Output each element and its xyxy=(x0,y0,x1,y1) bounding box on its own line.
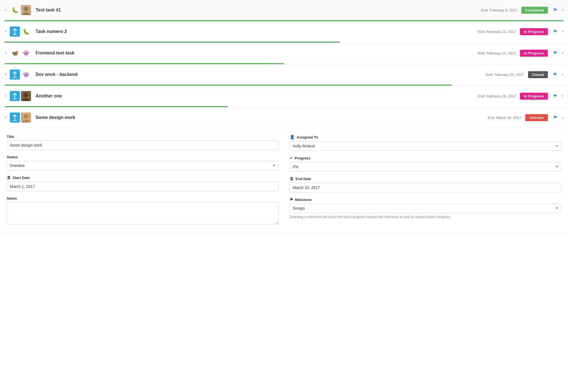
bug-icon: 🐛 xyxy=(10,5,20,15)
task-row: × Another one End: February 28, 2017 In … xyxy=(0,86,568,107)
progress-bar xyxy=(4,42,340,43)
task-row-expanded: × Some design work End: March 10, 2017 O… xyxy=(0,107,568,234)
task-title: Dev work - backend xyxy=(36,72,486,77)
chevron-up-icon[interactable]: ▴ xyxy=(562,116,564,119)
progress-field-group: ✓ Progress 0% 10% 20% 30% 40% 50% 60% 70… xyxy=(290,156,561,171)
task-title: Some design work xyxy=(36,115,487,120)
notes-label: Notes xyxy=(7,196,278,200)
task-meta: End: March 10, 2017 Overdue ⚑ ▴ xyxy=(488,114,564,121)
task-end-date: End: February 28, 2017 xyxy=(478,94,516,98)
bug2-icon: 🐛 xyxy=(21,27,31,37)
progress-select[interactable]: 0% 10% 20% 30% 40% 50% 60% 70% 80% 90% 1… xyxy=(290,162,561,171)
upload-icon xyxy=(10,27,20,37)
close-button[interactable]: × xyxy=(4,29,7,34)
task-detail-grid: Title Status Overdue In Progress Complet… xyxy=(0,128,568,233)
task-row-header[interactable]: × 🐛 Test task #1 End: February 8, 2017 C… xyxy=(0,0,568,20)
task-row-header[interactable]: × Another one End: February 28, 2017 In … xyxy=(0,86,568,106)
flag-icon[interactable]: ⚑ xyxy=(553,28,557,35)
chevron-down-icon[interactable]: ▾ xyxy=(562,30,564,34)
task-list: × 🐛 Test task #1 End: February 8, 2017 C… xyxy=(0,0,568,234)
upload3-icon xyxy=(10,91,20,101)
close-button[interactable]: × xyxy=(4,115,7,120)
milestone-hint: Selecting a milestone will count this ta… xyxy=(290,215,561,219)
task-title: Task numero 2 xyxy=(36,29,478,34)
close-button[interactable]: × xyxy=(4,72,7,77)
close-button[interactable]: × xyxy=(4,51,7,56)
task-row-header[interactable]: × 🐛 Task numero 2 End: February 10, 2017… xyxy=(0,21,568,42)
task-end-date: End: February 20, 2017 xyxy=(486,73,524,77)
close-button[interactable]: × xyxy=(4,94,7,99)
task-meta: End: February 20, 2017 Closed ⚑ ▾ xyxy=(486,71,564,78)
task-end-date: End: February 8, 2017 xyxy=(481,8,517,12)
status-badge[interactable]: In Progress xyxy=(520,28,548,35)
task-icons: 👾 xyxy=(10,70,32,80)
task-row-header[interactable]: × Some design work End: March 10, 2017 O… xyxy=(0,107,568,128)
avatar3-icon xyxy=(21,113,31,123)
milestone-field-group: ⚑ Milestone Design Development Testing L… xyxy=(290,197,561,219)
flag-icon[interactable]: ⚑ xyxy=(553,93,557,99)
calendar2-icon: 🗓 xyxy=(290,176,294,181)
chevron-down-icon[interactable]: ▾ xyxy=(562,51,564,55)
start-date-input[interactable] xyxy=(7,182,278,191)
status-badge[interactable]: Overdue xyxy=(525,114,548,121)
svg-point-15 xyxy=(24,114,28,119)
status-badge[interactable]: In Progress xyxy=(520,50,548,57)
person-icon: 👤 xyxy=(290,135,295,140)
progress-bar-container xyxy=(4,20,564,21)
task-detail-panel: Title Status Overdue In Progress Complet… xyxy=(0,128,568,233)
progress-bar xyxy=(4,20,564,21)
assigned-to-field-group: 👤 Assigned To Kelly Roland xyxy=(290,135,561,151)
end-date-input[interactable] xyxy=(290,183,561,192)
avatar-icon xyxy=(21,5,31,15)
avatar2-icon xyxy=(21,91,31,101)
title-label: Title xyxy=(7,135,278,139)
flag2-icon: ⚑ xyxy=(290,197,293,202)
title-input[interactable] xyxy=(7,140,278,150)
progress-label: ✓ Progress xyxy=(290,156,561,160)
chevron-down-icon[interactable]: ▾ xyxy=(562,94,564,98)
upload4-icon xyxy=(10,113,20,123)
milestone-select[interactable]: Design Development Testing Launch xyxy=(290,204,561,213)
task-row-header[interactable]: × 🦋 👾 Frontend test task End: February 1… xyxy=(0,43,568,63)
monster-icon: 👾 xyxy=(21,48,31,58)
task-meta: End: February 8, 2017 Completed ⚑ ▾ xyxy=(481,7,564,14)
title-field-group: Title xyxy=(7,135,278,150)
status-badge[interactable]: Closed xyxy=(528,71,548,78)
task-meta: End: February 10, 2017 In Progress ⚑ ▾ xyxy=(478,28,564,35)
status-badge[interactable]: Completed xyxy=(521,7,548,14)
status-select[interactable]: Overdue In Progress Completed Closed xyxy=(7,161,278,170)
task-end-date: End: February 15, 2017 xyxy=(478,51,516,55)
bug3-icon: 🦋 xyxy=(10,48,20,58)
assigned-to-select[interactable]: Kelly Roland xyxy=(290,141,561,151)
chevron-down-icon[interactable]: ▾ xyxy=(562,8,564,12)
flag-icon[interactable]: ⚑ xyxy=(553,114,557,121)
task-row-header[interactable]: × 👾 Dev work - backend End: February 20,… xyxy=(0,64,568,85)
flag-icon[interactable]: ⚑ xyxy=(553,7,557,13)
close-button[interactable]: × xyxy=(4,8,7,13)
task-icons xyxy=(10,113,32,123)
task-title: Test task #1 xyxy=(36,8,481,13)
progress-bar-container xyxy=(4,42,564,43)
svg-point-10 xyxy=(24,93,28,97)
chevron-down-icon[interactable]: ▾ xyxy=(562,73,564,77)
assigned-to-label: 👤 Assigned To xyxy=(290,135,561,140)
task-icons: 🦋 👾 xyxy=(10,48,32,58)
status-label: Status xyxy=(7,155,278,159)
task-row: × 🐛 Task numero 2 End: February 10, 2017… xyxy=(0,21,568,43)
task-row: × 🐛 Test task #1 End: February 8, 2017 C… xyxy=(0,0,568,21)
progress-bar xyxy=(4,106,228,107)
progress-bar-container xyxy=(4,106,564,107)
flag-icon[interactable]: ⚑ xyxy=(553,50,557,56)
progress-bar xyxy=(4,85,452,86)
end-date-field-group: 🗓 End Date xyxy=(290,176,561,192)
milestone-label: ⚑ Milestone xyxy=(290,197,561,202)
start-date-label: 🗓 Start Date xyxy=(7,175,278,180)
flag-icon[interactable]: ⚑ xyxy=(553,71,557,78)
progress-bar-container xyxy=(4,63,564,64)
task-title: Another one xyxy=(36,94,478,99)
task-end-date: End: February 10, 2017 xyxy=(478,30,516,34)
progress-bar-container xyxy=(4,85,564,86)
task-meta: End: February 15, 2017 In Progress ⚑ ▾ xyxy=(478,50,564,57)
notes-textarea[interactable] xyxy=(7,202,278,224)
status-badge[interactable]: In Progress xyxy=(520,93,548,100)
